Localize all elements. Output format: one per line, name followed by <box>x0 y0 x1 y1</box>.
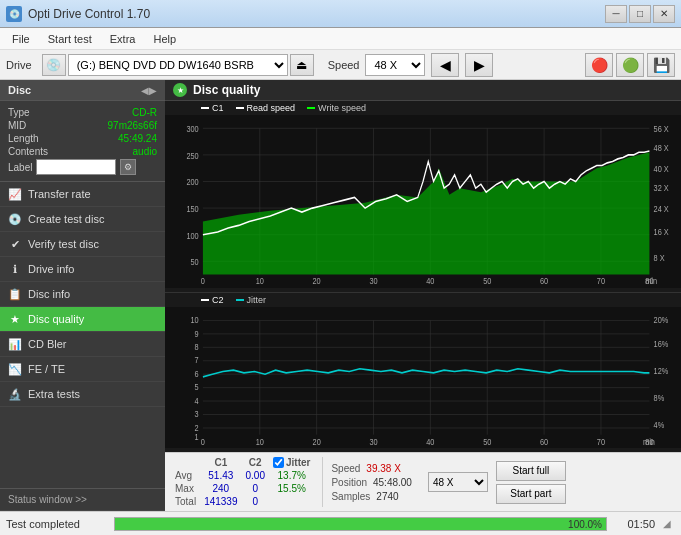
cd-bler-label: CD Bler <box>28 338 67 350</box>
status-window-label: Status window >> <box>8 494 87 505</box>
drive-bar: Drive 💿 (G:) BENQ DVD DD DW1640 BSRB ⏏ S… <box>0 50 681 80</box>
svg-text:12%: 12% <box>654 365 669 376</box>
c2-col-header: C2 <box>242 456 269 469</box>
label-input[interactable] <box>36 159 116 175</box>
drive-selector-wrap: 💿 (G:) BENQ DVD DD DW1640 BSRB ⏏ <box>42 54 314 76</box>
maximize-button[interactable]: □ <box>629 5 651 23</box>
sidebar-item-extra-tests[interactable]: 🔬 Extra tests <box>0 382 165 407</box>
mid-label: MID <box>8 120 26 131</box>
disc-quality-icon: ★ <box>8 312 22 326</box>
status-window-button[interactable]: Status window >> <box>0 488 165 511</box>
speed-label: Speed <box>328 59 360 71</box>
sidebar-item-disc-info[interactable]: 📋 Disc info <box>0 282 165 307</box>
progress-text: 100.0% <box>568 518 602 531</box>
type-value: CD-R <box>132 107 157 118</box>
stats-speed-select[interactable]: 48 X <box>428 472 488 492</box>
svg-text:50: 50 <box>191 256 199 267</box>
sidebar-item-drive-info[interactable]: ℹ Drive info <box>0 257 165 282</box>
disc-quality-title: Disc quality <box>193 83 260 97</box>
close-button[interactable]: ✕ <box>653 5 675 23</box>
read-speed-legend: Read speed <box>236 103 296 113</box>
extra-tests-label: Extra tests <box>28 388 80 400</box>
samples-label: Samples <box>331 491 370 502</box>
menu-start-test[interactable]: Start test <box>40 31 100 47</box>
label-settings-button[interactable]: ⚙ <box>120 159 136 175</box>
next-button[interactable]: ▶ <box>465 53 493 77</box>
sidebar-item-verify-test-disc[interactable]: ✔ Verify test disc <box>0 232 165 257</box>
length-label: Length <box>8 133 39 144</box>
drive-icon-button[interactable]: 💿 <box>42 54 66 76</box>
samples-val: 2740 <box>376 491 398 502</box>
speed-stat-val: 39.38 X <box>366 463 400 474</box>
save-button[interactable]: 💾 <box>647 53 675 77</box>
svg-text:1: 1 <box>195 431 199 442</box>
jitter-col-header: Jitter <box>269 456 314 469</box>
svg-text:20%: 20% <box>654 314 669 325</box>
sidebar-item-transfer-rate[interactable]: 📈 Transfer rate <box>0 182 165 207</box>
svg-text:30: 30 <box>369 436 377 447</box>
menu-extra[interactable]: Extra <box>102 31 144 47</box>
svg-text:20: 20 <box>313 275 321 286</box>
top-chart: C1 Read speed Write speed <box>165 101 681 293</box>
verify-disc-icon: ✔ <box>8 237 22 251</box>
sidebar-item-cd-bler[interactable]: 📊 CD Bler <box>0 332 165 357</box>
right-stats: Speed 39.38 X Position 45:48.00 Samples … <box>331 463 412 502</box>
cd-bler-icon: 📊 <box>8 337 22 351</box>
svg-text:16 X: 16 X <box>654 226 669 237</box>
svg-text:min: min <box>643 436 655 447</box>
sidebar-item-create-test-disc[interactable]: 💿 Create test disc <box>0 207 165 232</box>
max-label: Max <box>171 482 200 495</box>
transfer-rate-icon: 📈 <box>8 187 22 201</box>
sidebar-item-fe-te[interactable]: 📉 FE / TE <box>0 357 165 382</box>
charts-container: C1 Read speed Write speed <box>165 101 681 452</box>
length-value: 45:49.24 <box>118 133 157 144</box>
sidebar-item-disc-quality[interactable]: ★ Disc quality <box>0 307 165 332</box>
menu-file[interactable]: File <box>4 31 38 47</box>
red-disc-button[interactable]: 🔴 <box>585 53 613 77</box>
write-speed-legend: Write speed <box>307 103 366 113</box>
app-title: Opti Drive Control 1.70 <box>28 7 150 21</box>
drive-info-icon: ℹ <box>8 262 22 276</box>
jitter-checkbox[interactable] <box>273 457 284 468</box>
disc-quality-label: Disc quality <box>28 313 84 325</box>
jitter-legend: Jitter <box>236 295 267 305</box>
disc-nav-arrows[interactable]: ◀▶ <box>141 85 157 96</box>
bottom-chart: C2 Jitter <box>165 293 681 452</box>
svg-text:8: 8 <box>195 341 199 352</box>
prev-button[interactable]: ◀ <box>431 53 459 77</box>
read-speed-label: Read speed <box>247 103 296 113</box>
menu-bar: File Start test Extra Help <box>0 28 681 50</box>
size-grip: ◢ <box>663 518 675 529</box>
contents-value: audio <box>133 146 157 157</box>
svg-text:50: 50 <box>483 275 491 286</box>
start-full-button[interactable]: Start full <box>496 461 566 481</box>
svg-text:5: 5 <box>195 381 199 392</box>
stats-divider <box>322 457 323 507</box>
progress-fill <box>115 518 606 530</box>
c1-legend: C1 <box>201 103 224 113</box>
svg-text:56 X: 56 X <box>654 123 669 134</box>
main-area: Disc ◀▶ Type CD-R MID 97m26s66f Length 4… <box>0 80 681 511</box>
avg-jitter: 13.7% <box>269 469 314 482</box>
svg-text:70: 70 <box>597 275 605 286</box>
samples-row: Samples 2740 <box>331 491 412 502</box>
total-c2: 0 <box>242 495 269 508</box>
start-part-button[interactable]: Start part <box>496 484 566 504</box>
minimize-button[interactable]: ─ <box>605 5 627 23</box>
svg-text:30: 30 <box>369 275 377 286</box>
svg-text:10: 10 <box>191 314 199 325</box>
fe-te-label: FE / TE <box>28 363 65 375</box>
svg-text:150: 150 <box>186 203 199 214</box>
menu-help[interactable]: Help <box>145 31 184 47</box>
disc-info-label: Disc info <box>28 288 70 300</box>
c1-col-header: C1 <box>200 456 241 469</box>
eject-button[interactable]: ⏏ <box>290 54 314 76</box>
jitter-label: Jitter <box>247 295 267 305</box>
svg-text:20: 20 <box>313 436 321 447</box>
svg-text:3: 3 <box>195 408 199 419</box>
speed-select[interactable]: 48 X <box>365 54 425 76</box>
drive-select[interactable]: (G:) BENQ DVD DD DW1640 BSRB <box>68 54 288 76</box>
disc-info-icon: 📋 <box>8 287 22 301</box>
mid-value: 97m26s66f <box>108 120 157 131</box>
green-disc-button[interactable]: 🟢 <box>616 53 644 77</box>
